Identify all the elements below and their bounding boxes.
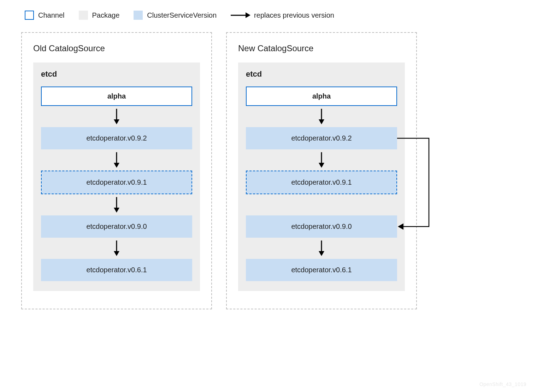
legend-package: Package — [79, 11, 120, 20]
down-arrow — [246, 238, 397, 259]
down-arrow — [41, 106, 192, 127]
package-box: etcdalpha etcdoperator.v0.9.2 etcdoperat… — [33, 63, 200, 291]
catalog-source: Old CatalogSourceetcdalpha etcdoperator.… — [21, 32, 212, 309]
arrow-gap — [246, 194, 397, 215]
down-arrow — [246, 106, 397, 127]
svg-marker-1 — [114, 119, 119, 124]
csv-box: etcdoperator.v0.9.2 — [41, 127, 192, 149]
arrow-icon — [231, 13, 250, 17]
channel-box: alpha — [41, 87, 192, 106]
legend-channel: Channel — [25, 11, 65, 20]
csv-box: etcdoperator.v0.9.1 — [246, 171, 397, 194]
swatch-package — [79, 11, 88, 20]
channel-box: alpha — [246, 87, 397, 106]
legend-channel-label: Channel — [38, 11, 65, 19]
down-arrow — [41, 238, 192, 259]
legend-csv: ClusterServiceVersion — [134, 11, 217, 20]
csv-box: etcdoperator.v0.9.2 — [246, 127, 397, 149]
csv-box: etcdoperator.v0.9.0 — [41, 215, 192, 238]
svg-marker-7 — [114, 251, 119, 256]
svg-marker-11 — [319, 163, 324, 168]
legend-csv-label: ClusterServiceVersion — [147, 11, 217, 19]
legend-replaces: replaces previous version — [231, 11, 334, 19]
svg-marker-5 — [114, 208, 119, 213]
legend-replaces-label: replaces previous version — [254, 11, 334, 19]
legend: Channel Package ClusterServiceVersion re… — [21, 11, 516, 20]
svg-marker-13 — [319, 251, 324, 256]
csv-box: etcdoperator.v0.6.1 — [246, 259, 397, 281]
csv-box: etcdoperator.v0.9.1 — [41, 171, 192, 194]
swatch-channel — [25, 11, 34, 20]
csv-box: etcdoperator.v0.9.0 — [246, 215, 397, 238]
down-arrow — [41, 194, 192, 215]
down-arrow — [246, 149, 397, 171]
csv-box: etcdoperator.v0.6.1 — [41, 259, 192, 281]
legend-package-label: Package — [92, 11, 120, 19]
catalog-title: New CatalogSource — [238, 43, 405, 53]
svg-marker-9 — [319, 119, 324, 124]
swatch-csv — [134, 11, 143, 20]
diagram: Old CatalogSourceetcdalpha etcdoperator.… — [21, 32, 516, 309]
svg-marker-3 — [114, 163, 119, 168]
down-arrow — [41, 149, 192, 171]
package-title: etcd — [41, 70, 192, 79]
catalog-source: New CatalogSourceetcdalpha etcdoperator.… — [226, 32, 417, 309]
package-title: etcd — [246, 70, 397, 79]
package-box: etcdalpha etcdoperator.v0.9.2 etcdoperat… — [238, 63, 405, 291]
catalog-title: Old CatalogSource — [33, 43, 200, 53]
